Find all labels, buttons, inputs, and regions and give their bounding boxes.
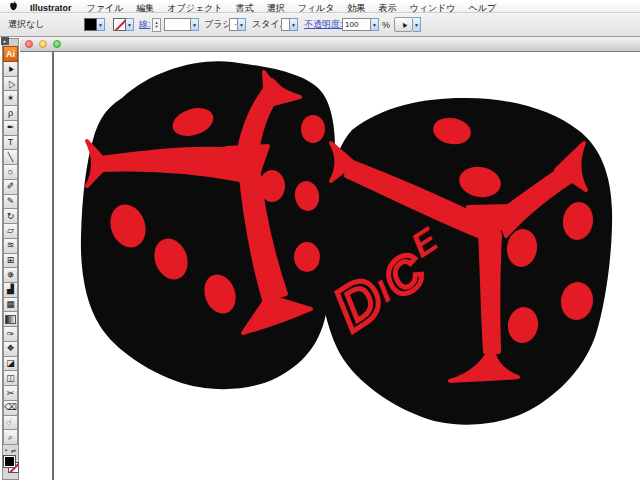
canvas[interactable] [20, 52, 640, 480]
menu-bar: Illustratorファイル編集オブジェクト書式選択フィルタ効果表示ウィンドウ… [0, 0, 640, 13]
stroke-weight-stepper[interactable]: ▲▼ [152, 18, 161, 32]
mesh-tool-icon: ▦ [6, 300, 15, 309]
percent-label: % [382, 20, 390, 30]
eraser-tool[interactable]: ⌫ [3, 401, 18, 416]
zoom-tool[interactable]: ⌕ [3, 430, 18, 445]
ellipse-tool-icon: ○ [8, 168, 13, 177]
lasso-tool[interactable]: ρ [3, 106, 18, 121]
pen-tool[interactable]: ✒ [3, 121, 18, 136]
ellipse-tool[interactable]: ○ [3, 165, 18, 180]
blend-tool-icon: ❖ [6, 344, 14, 353]
document-window [20, 37, 640, 480]
gradient-tool-icon [5, 315, 16, 324]
menu-effect[interactable]: 効果 [347, 3, 365, 13]
illustrator-screen: { "menubar": { "apple_icon": "apple-logo… [0, 0, 640, 480]
opacity-link[interactable]: 不透明度: [304, 18, 343, 31]
type-tool-icon: T [8, 138, 14, 147]
palette-header[interactable]: ▸ [3, 39, 18, 46]
graph-tool-icon: ▟ [7, 285, 14, 294]
menu-view[interactable]: 表示 [378, 3, 396, 13]
rotate-tool[interactable]: ↻ [3, 209, 18, 224]
pencil-tool[interactable]: ✎ [3, 195, 18, 210]
paintbrush-tool[interactable]: ✐ [3, 180, 18, 195]
line-segment-tool-icon: ╲ [8, 153, 13, 162]
tool-palette: ▸ Ai ▲△✶ρ✒T╲○✐✎↻▱≋⊞✵▟▦✑❖◪◫✂⌫☞⌕ ▪⇄ [2, 38, 19, 480]
toolbar-fill-swatch[interactable] [4, 456, 15, 467]
stroke-weight-link[interactable]: 線: [139, 18, 151, 31]
selection-tool[interactable]: ▲ [3, 62, 18, 77]
direct-selection-tool-icon: △ [5, 78, 15, 89]
stroke-color-swatch[interactable] [113, 18, 126, 31]
stroke-weight-dropdown-icon[interactable]: ▼ [191, 18, 199, 31]
style-select[interactable] [281, 18, 290, 31]
mesh-tool[interactable]: ▦ [3, 298, 18, 313]
rotate-tool-icon: ↻ [7, 212, 15, 221]
fill-color-swatch[interactable] [84, 18, 97, 31]
warp-tool-icon: ≋ [7, 241, 15, 250]
zoom-tool-icon: ⌕ [8, 433, 13, 442]
menu-edit[interactable]: 編集 [136, 3, 154, 13]
stroke-dropdown-arrow-icon[interactable]: ▼ [126, 18, 134, 31]
stroke-weight-input[interactable] [164, 18, 191, 31]
zoom-button[interactable] [53, 40, 61, 48]
live-paint-bucket-tool[interactable]: ◪ [3, 357, 18, 372]
lasso-tool-icon: ρ [8, 109, 13, 118]
free-transform-tool-icon: ⊞ [7, 256, 15, 265]
brush-select[interactable]: ・ [229, 18, 238, 31]
live-paint-selection-tool-icon: ◫ [6, 374, 15, 383]
window-title-bar[interactable] [20, 37, 640, 52]
symbol-sprayer-tool-icon: ✵ [7, 271, 15, 280]
pencil-tool-icon: ✎ [7, 197, 15, 206]
menu-filter[interactable]: フィルタ [298, 3, 335, 13]
select-similar-dropdown-icon[interactable]: ▼ [413, 17, 421, 32]
eyedropper-tool-icon: ✑ [7, 330, 15, 339]
menu-type[interactable]: 書式 [236, 3, 254, 13]
free-transform-tool[interactable]: ⊞ [3, 254, 18, 269]
menu-file[interactable]: ファイル [87, 3, 124, 13]
live-paint-selection-tool[interactable]: ◫ [3, 371, 18, 386]
line-segment-tool[interactable]: ╲ [3, 150, 18, 165]
direct-selection-tool[interactable]: △ [3, 77, 18, 92]
blend-tool[interactable]: ❖ [3, 342, 18, 357]
warp-tool[interactable]: ≋ [3, 239, 18, 254]
eyedropper-tool[interactable]: ✑ [3, 327, 18, 342]
crop-area-tool-icon: ✂ [7, 389, 15, 398]
hand-tool[interactable]: ☞ [3, 416, 18, 431]
hand-tool-icon: ☞ [5, 416, 17, 428]
fill-dropdown-arrow-icon[interactable]: ▼ [97, 18, 105, 31]
close-button[interactable] [25, 40, 33, 48]
brush-dropdown-icon[interactable]: ▼ [238, 18, 246, 31]
scale-tool[interactable]: ▱ [3, 224, 18, 239]
select-similar-button[interactable]: ▲ [394, 17, 413, 32]
palette-tab-icon[interactable]: ▸ [1, 37, 9, 45]
opacity-dropdown-icon[interactable]: ▼ [371, 18, 379, 31]
menu-select[interactable]: 選択 [267, 3, 285, 13]
type-tool[interactable]: T [3, 136, 18, 151]
magic-wand-tool[interactable]: ✶ [3, 91, 18, 106]
tool-mini-row: ▪⇄ [3, 445, 18, 455]
pen-tool-icon: ✒ [7, 123, 15, 132]
eraser-tool-icon: ⌫ [4, 403, 17, 412]
menu-object[interactable]: オブジェクト [167, 3, 222, 13]
selection-status: 選択なし [8, 18, 44, 31]
gradient-tool[interactable] [3, 312, 18, 327]
live-paint-bucket-tool-icon: ◪ [6, 359, 15, 368]
menu-app[interactable]: Illustrator [30, 3, 72, 13]
menu-window[interactable]: ウィンドウ [409, 3, 455, 13]
apple-icon[interactable] [9, 1, 18, 11]
control-palette: 選択なし ▼ ▼ 線: ▲▼ ▼ ブラシ: ・ ▼ スタイル: ▼ 不透明度: … [0, 13, 640, 37]
toolbar-swatches [3, 455, 18, 479]
swap-colors-icon[interactable]: ⇄ [11, 447, 16, 454]
crop-area-tool[interactable]: ✂ [3, 386, 18, 401]
minimize-button[interactable] [39, 40, 47, 48]
graph-tool[interactable]: ▟ [3, 283, 18, 298]
menu-help[interactable]: ヘルプ [469, 3, 497, 13]
scale-tool-icon: ▱ [7, 226, 14, 235]
opacity-input[interactable]: 100 [342, 18, 371, 31]
default-colors-icon[interactable]: ▪ [5, 447, 7, 453]
artboard-edge [52, 52, 54, 480]
magic-wand-tool-icon: ✶ [7, 94, 15, 103]
style-dropdown-icon[interactable]: ▼ [290, 18, 298, 31]
symbol-sprayer-tool[interactable]: ✵ [3, 268, 18, 283]
paintbrush-tool-icon: ✐ [7, 182, 15, 191]
